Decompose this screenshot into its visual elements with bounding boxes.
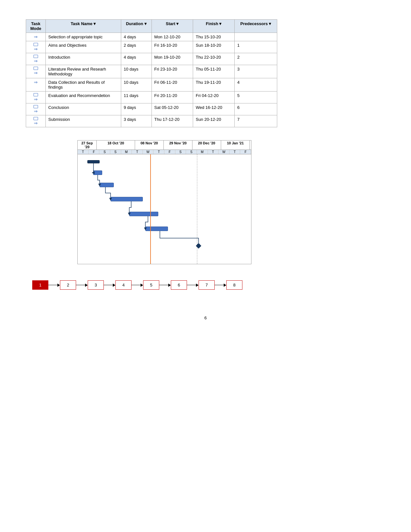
arrow-line: [76, 285, 85, 285]
task-name: Aims and Objectives: [45, 41, 121, 53]
table-row: ⇒Evaluation and Recommendetion11 daysFri…: [26, 92, 277, 103]
sequence-arrow: [132, 284, 143, 287]
gantt-day-row: TFSSMTWTFSSMTWTF: [78, 150, 251, 154]
sequence-box-2: 2: [60, 280, 76, 290]
gantt-period-label: 08 Nov '20: [135, 140, 164, 150]
gantt-day-label: S: [175, 150, 186, 154]
task-arrow-icon: ⇒: [34, 47, 38, 51]
table-row: ⇒Introduction4 daysMon 19-10-20Thu 22-10…: [26, 53, 277, 65]
sequence-box-3: 3: [88, 280, 104, 290]
task-arrow-icon: ⇒: [34, 59, 38, 63]
col-header-task-name[interactable]: Task Name ▾: [45, 20, 121, 33]
gantt-day-label: S: [110, 150, 121, 154]
task-start: Fri 23-10-20: [152, 65, 193, 78]
arrow-line: [48, 285, 57, 285]
arrow-head: [85, 284, 88, 287]
task-start: Thu 17-12-20: [152, 115, 193, 127]
task4-bar: [111, 197, 143, 201]
arrow-head: [224, 284, 226, 287]
arrow-head: [57, 284, 60, 287]
row-icon-cell: ⇒: [26, 115, 46, 127]
sequence-box-5: 5: [143, 280, 159, 290]
gantt-day-label: S: [99, 150, 110, 154]
task-name: Selection of appropriate topic: [45, 33, 121, 41]
task1-bar: [87, 160, 100, 163]
task5-bar: [129, 212, 158, 216]
arrow-head: [196, 284, 199, 287]
task-name: Data Collection and Results of findings: [45, 78, 121, 92]
table-row: ⇒Literature Review and Researh Methodolo…: [26, 65, 277, 78]
gantt-period-label: 29 Nov '20: [164, 140, 192, 150]
today-line: [150, 154, 151, 264]
gantt-day-label: T: [153, 150, 164, 154]
sequence-flow: 12345678: [32, 280, 385, 290]
task-name: Literature Review and Researh Methodolog…: [45, 65, 121, 78]
col-header-task-mode[interactable]: TaskMode: [26, 20, 46, 33]
task-arrow-icon: ⇒: [34, 71, 38, 75]
task-duration: 4 days: [121, 53, 152, 65]
arrow-line: [104, 285, 113, 285]
sequence-box-1: 1: [32, 280, 48, 290]
task-duration: 9 days: [121, 103, 152, 115]
gantt-chart: 27 Sep '2018 Oct '2008 Nov '2029 Nov '20…: [26, 140, 277, 264]
gantt-period-label: 10 Jan '21: [221, 140, 250, 150]
task-duration: 3 days: [121, 115, 152, 127]
arrow-head: [168, 284, 171, 287]
gantt-day-label: S: [186, 150, 197, 154]
gantt-day-label: T: [230, 150, 240, 154]
col-header-start[interactable]: Start ▾: [152, 20, 193, 33]
task-arrow-icon: ⇒: [34, 80, 38, 84]
task-finish: Thu 22-10-20: [193, 53, 235, 65]
task-pred: 6: [234, 103, 277, 115]
task-finish: Thu 19-11-20: [193, 78, 235, 92]
task-box-icon: [34, 55, 38, 58]
arrow-line: [159, 285, 168, 285]
task-start: Fri 06-11-20: [152, 78, 193, 92]
task-finish: Fri 04-12-20: [193, 92, 235, 103]
table-row: ⇒Selection of appropriate topic4 daysMon…: [26, 33, 277, 41]
task-duration: 10 days: [121, 65, 152, 78]
task-pred: 5: [234, 92, 277, 103]
page-number: 6: [26, 315, 385, 320]
arrow-head: [141, 284, 143, 287]
gantt-day-label: M: [197, 150, 208, 154]
gantt-day-label: F: [164, 150, 175, 154]
arrow-head: [113, 284, 115, 287]
task-pred: 7: [234, 115, 277, 127]
sequence-box-4: 4: [115, 280, 132, 290]
task-arrow-icon: ⇒: [34, 34, 38, 39]
task-arrow-icon: ⇒: [34, 121, 38, 125]
sequence-arrow: [159, 284, 171, 287]
row-icon-cell: ⇒: [26, 53, 46, 65]
task-finish: Thu 05-11-20: [193, 65, 235, 78]
task-table: TaskMode Task Name ▾ Duration ▾ Start ▾ …: [26, 19, 277, 127]
row-icon-cell: ⇒: [26, 92, 46, 103]
task-finish: Wed 16-12-20: [193, 103, 235, 115]
task-finish: Sun 18-10-20: [193, 41, 235, 53]
task-pred: 2: [234, 53, 277, 65]
table-row: ⇒Submission3 daysThu 17-12-20Sun 20-12-2…: [26, 115, 277, 127]
task6-bar: [145, 227, 168, 231]
sequence-arrow: [187, 284, 199, 287]
task-pred: 4: [234, 78, 277, 92]
task-finish: Sun 20-12-20: [193, 115, 235, 127]
gantt-body: [78, 154, 251, 264]
task-pred: 3: [234, 65, 277, 78]
gantt-period-label: 27 Sep '20: [78, 140, 97, 150]
gantt-day-label: W: [219, 150, 230, 154]
gantt-day-label: T: [78, 150, 89, 154]
task-arrow-icon: ⇒: [34, 97, 38, 102]
gantt-period-label: 18 Oct '20: [97, 140, 135, 150]
gantt-period-label: 20 Dec '20: [192, 140, 221, 150]
col-header-predecessors[interactable]: Predecessors ▾: [234, 20, 277, 33]
task-start: Fri 20-11-20: [152, 92, 193, 103]
task-pred: [234, 33, 277, 41]
col-header-finish[interactable]: Finish ▾: [193, 20, 235, 33]
task3-bar: [100, 183, 114, 187]
col-header-duration[interactable]: Duration ▾: [121, 20, 152, 33]
task-name: Introduction: [45, 53, 121, 65]
gantt-day-label: W: [143, 150, 154, 154]
task-start: Mon 12-10-20: [152, 33, 193, 41]
gantt-day-label: M: [121, 150, 132, 154]
gantt-period-row: 27 Sep '2018 Oct '2008 Nov '2029 Nov '20…: [78, 140, 251, 150]
